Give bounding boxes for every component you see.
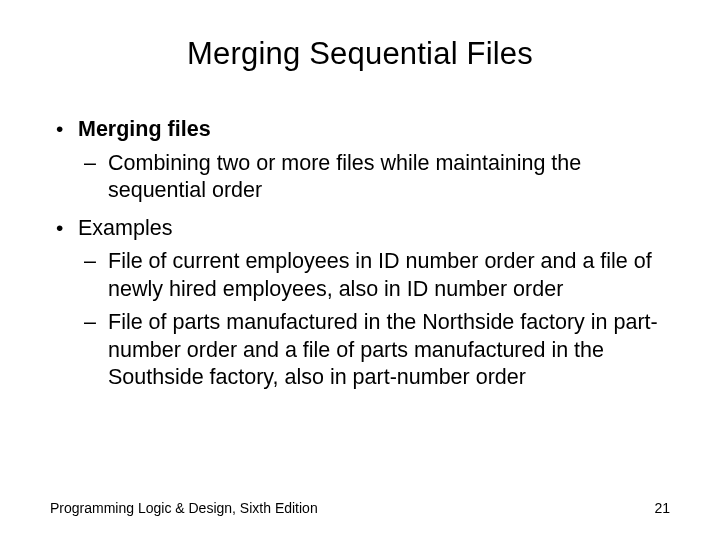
- bullet-head: Examples: [78, 216, 172, 240]
- footer-text: Programming Logic & Design, Sixth Editio…: [50, 500, 318, 516]
- slide-title: Merging Sequential Files: [50, 36, 670, 72]
- sub-list: Combining two or more files while mainta…: [78, 150, 670, 205]
- sub-item: Combining two or more files while mainta…: [78, 150, 670, 205]
- bullet-item: Examples File of current employees in ID…: [50, 215, 670, 392]
- sub-item: File of parts manufactured in the Norths…: [78, 309, 670, 392]
- sub-item: File of current employees in ID number o…: [78, 248, 670, 303]
- bullet-list: Merging files Combining two or more file…: [50, 116, 670, 392]
- bullet-item: Merging files Combining two or more file…: [50, 116, 670, 205]
- bullet-head: Merging files: [78, 117, 211, 141]
- slide-footer: Programming Logic & Design, Sixth Editio…: [50, 500, 670, 516]
- sub-list: File of current employees in ID number o…: [78, 248, 670, 392]
- page-number: 21: [654, 500, 670, 516]
